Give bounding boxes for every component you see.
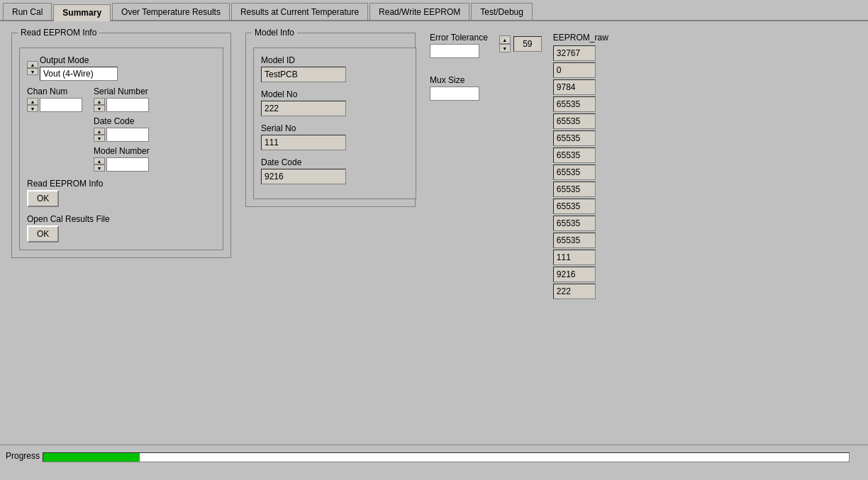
serial-no-field: Serial No 111: [261, 123, 408, 150]
eeprom-fields-row: Chan Num ▲ ▼ 2 Serial Number: [27, 86, 216, 172]
output-mode-up-btn[interactable]: ▲: [27, 61, 38, 68]
open-cal-ok-button[interactable]: OK: [27, 225, 59, 242]
right-panel: Error Tolerance 0.1 Mux Size 8 ▲ ▼ 59: [430, 33, 608, 301]
date-code-spinner-wrap: ▲ ▼ 0: [94, 128, 150, 142]
eeprom-raw-col: EEPROM_raw 32767 0 9784 65535 65535 6553…: [553, 33, 608, 301]
eeprom-spinner-wrap: ▲ ▼ 59: [499, 35, 542, 52]
tab-over-temp[interactable]: Over Temperature Results: [112, 3, 230, 20]
model-info-box: Model ID TestPCB Model No 222 Serial No …: [253, 48, 416, 199]
eeprom-raw-val-6: 65535: [553, 147, 596, 163]
read-eeprom-ok-button[interactable]: OK: [27, 190, 59, 207]
eeprom-raw-val-14: 222: [553, 284, 596, 299]
model-date-code-value: 9216: [261, 169, 346, 184]
progress-area: Progress: [0, 445, 868, 480]
eeprom-raw-val-4: 65535: [553, 113, 596, 129]
mux-size-group: Mux Size 8: [430, 75, 488, 101]
eeprom-spinner-down-btn[interactable]: ▼: [499, 44, 511, 52]
serial-number-spinner[interactable]: ▲ ▼: [94, 98, 105, 112]
serial-no-value: 111: [261, 135, 346, 150]
serial-number-down-btn[interactable]: ▼: [94, 105, 105, 112]
open-cal-section: Open Cal Results File OK: [27, 214, 216, 242]
eeprom-raw-val-8: 65535: [553, 182, 596, 197]
tab-run-cal[interactable]: Run Cal: [3, 3, 52, 20]
tab-bar: Run Cal Summary Over Temperature Results…: [0, 0, 868, 21]
model-info-title: Model Info: [252, 28, 297, 38]
model-id-label: Model ID: [261, 55, 408, 65]
serial-spinner-wrap: ▲ ▼ 0: [94, 98, 150, 112]
output-mode-value: Vout (4-Wire): [40, 67, 118, 81]
eeprom-raw-val-13: 9216: [553, 267, 596, 282]
read-eeprom-info-label: Read EEPROM Info: [27, 179, 103, 189]
serial-date-model-col: Serial Number ▲ ▼ 0 Date Code: [94, 86, 150, 172]
mux-size-input[interactable]: 8: [430, 86, 479, 101]
eeprom-raw-label: EEPROM_raw: [553, 33, 608, 43]
progress-row: Progress: [6, 451, 862, 464]
chan-num-col: Chan Num ▲ ▼ 2: [27, 86, 82, 172]
serial-number-up-btn[interactable]: ▲: [94, 98, 105, 105]
tab-results-current[interactable]: Results at Current Temperature: [231, 3, 368, 20]
open-cal-label: Open Cal Results File: [27, 214, 110, 224]
model-info-group: Model Info Model ID TestPCB Model No 222…: [245, 33, 416, 207]
serial-no-label: Serial No: [261, 123, 408, 133]
serial-number-input[interactable]: 0: [106, 98, 149, 112]
eeprom-raw-val-2: 9784: [553, 79, 596, 95]
eeprom-raw-val-10: 65535: [553, 216, 596, 231]
eeprom-spinner-btns[interactable]: ▲ ▼: [499, 35, 511, 52]
chan-num-up-btn[interactable]: ▲: [27, 98, 38, 105]
read-eeprom-group-title: Read EEPROM Info: [18, 28, 99, 38]
model-no-value: 222: [261, 101, 346, 116]
output-mode-down-btn[interactable]: ▼: [27, 68, 38, 75]
model-number-down-btn[interactable]: ▼: [94, 164, 105, 172]
eeprom-raw-val-1: 0: [553, 62, 596, 78]
eeprom-raw-val-3: 65535: [553, 96, 596, 112]
date-code-down-btn[interactable]: ▼: [94, 135, 105, 142]
output-mode-spinner[interactable]: ▲ ▼: [27, 61, 38, 75]
date-code-spinner[interactable]: ▲ ▼: [94, 128, 105, 142]
eeprom-spinner-up-btn[interactable]: ▲: [499, 35, 511, 44]
model-id-field: Model ID TestPCB: [261, 55, 408, 82]
eeprom-spinner-col: ▲ ▼ 59: [499, 35, 542, 52]
model-number-spinner[interactable]: ▲ ▼: [94, 157, 105, 172]
eeprom-raw-val-7: 65535: [553, 164, 596, 180]
chan-num-label: Chan Num: [27, 86, 82, 96]
eeprom-raw-val-5: 65535: [553, 130, 596, 146]
error-tolerance-label: Error Tolerance: [430, 33, 488, 43]
model-id-value: TestPCB: [261, 67, 346, 82]
eeprom-inner-box: ▲ ▼ Output Mode Vout (4-Wire) Chan Num: [19, 48, 223, 250]
model-number-up-btn[interactable]: ▲: [94, 157, 105, 164]
progress-fill-bottom: [43, 457, 140, 462]
eeprom-spinner-value: 59: [513, 36, 542, 52]
read-eeprom-panel: Read EEPROM Info ▲ ▼ Output Mode Vout (4…: [11, 33, 231, 258]
read-eeprom-group: Read EEPROM Info ▲ ▼ Output Mode Vout (4…: [11, 33, 231, 258]
model-date-code-label: Date Code: [261, 157, 408, 167]
error-tolerance-input[interactable]: 0.1: [430, 44, 479, 58]
eeprom-raw-val-12: 111: [553, 250, 596, 265]
date-code-input[interactable]: 0: [106, 128, 149, 142]
output-mode-row: ▲ ▼ Output Mode Vout (4-Wire): [27, 55, 216, 81]
progress-track: [43, 452, 850, 462]
progress-label: Progress: [6, 451, 40, 461]
model-number-spinner-wrap: ▲ ▼ 0: [94, 157, 150, 172]
chan-num-input[interactable]: 2: [40, 98, 82, 112]
eeprom-raw-val-9: 65535: [553, 199, 596, 214]
model-date-code-field: Date Code 9216: [261, 157, 408, 184]
eeprom-raw-val-11: 65535: [553, 233, 596, 248]
chan-num-down-btn[interactable]: ▼: [27, 105, 38, 112]
model-no-label: Model No: [261, 89, 408, 99]
error-mux-col: Error Tolerance 0.1 Mux Size 8: [430, 33, 488, 106]
chan-num-spinner[interactable]: ▲ ▼: [27, 98, 38, 112]
tab-test-debug[interactable]: Test/Debug: [471, 3, 533, 20]
date-code-up-btn[interactable]: ▲: [94, 128, 105, 135]
date-code-label: Date Code: [94, 116, 150, 126]
model-info-panel: Model Info Model ID TestPCB Model No 222…: [245, 33, 416, 207]
output-mode-label: Output Mode: [40, 55, 118, 65]
model-number-input[interactable]: 0: [106, 157, 149, 172]
error-tolerance-group: Error Tolerance 0.1: [430, 33, 488, 58]
eeprom-raw-val-0: 32767: [553, 45, 596, 61]
serial-number-label: Serial Number: [94, 86, 150, 96]
tab-read-write-eeprom[interactable]: Read/Write EEPROM: [369, 3, 469, 20]
tab-summary[interactable]: Summary: [53, 4, 111, 21]
mux-size-label: Mux Size: [430, 75, 488, 85]
model-no-field: Model No 222: [261, 89, 408, 116]
chan-num-spinner-wrap: ▲ ▼ 2: [27, 98, 82, 112]
